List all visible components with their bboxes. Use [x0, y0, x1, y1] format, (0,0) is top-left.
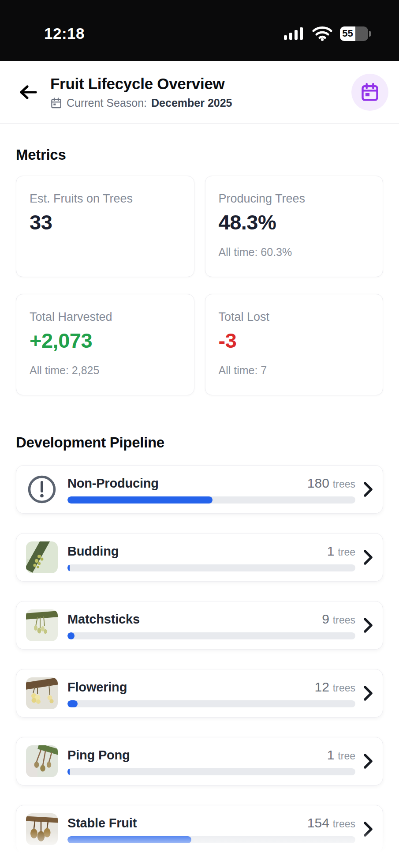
status-icons: 55 [283, 26, 371, 41]
chevron-right-icon[interactable] [363, 549, 373, 565]
stage-name: Ping Pong [67, 748, 130, 763]
stablefruit-photo [26, 813, 58, 845]
pingpong-photo [26, 745, 58, 777]
battery-percent: 55 [340, 26, 355, 41]
current-season-row: Current Season: December 2025 [50, 97, 340, 109]
pipeline-row-budding[interactable]: Budding 1 tree [16, 533, 383, 582]
alert-circle-icon [26, 473, 58, 505]
progress-bar [67, 836, 355, 843]
pipeline-row-flowering[interactable]: Flowering 12 trees [16, 669, 383, 718]
chevron-right-icon[interactable] [363, 617, 373, 633]
chevron-right-icon[interactable] [363, 481, 373, 497]
clock: 12:18 [44, 25, 85, 42]
stage-name: Flowering [67, 680, 127, 695]
header: Fruit Lifecycle Overview Current Season:… [0, 61, 399, 124]
metric-label: Producing Trees [219, 192, 370, 206]
battery-icon: 55 [340, 26, 371, 41]
calendar-icon [50, 97, 62, 109]
app-screen: 12:18 55 [0, 0, 399, 868]
pipeline-row-matchsticks[interactable]: Matchsticks 9 trees [16, 601, 383, 650]
season-label: Current Season: [67, 97, 147, 109]
metric-card-total-harvested: Total Harvested +2,073 All time: 2,825 [16, 294, 194, 395]
metric-value: 33 [30, 210, 181, 234]
progress-bar [67, 564, 355, 571]
status-bar: 12:18 55 [0, 0, 399, 61]
stage-name: Non-Producing [67, 476, 159, 491]
pipeline-row-ping-pong[interactable]: Ping Pong 1 tree [16, 737, 383, 785]
pipeline-row-stable-fruit[interactable]: Stable Fruit 154 trees [16, 805, 383, 853]
metric-card-producing-trees: Producing Trees 48.3% All time: 60.3% [205, 176, 384, 277]
flowering-photo [26, 677, 58, 709]
pipeline-list: Non-Producing 180 trees [16, 465, 383, 853]
metric-card-total-lost: Total Lost -3 All time: 7 [205, 294, 384, 395]
season-picker-button[interactable] [351, 74, 388, 111]
cellular-signal-icon [283, 27, 305, 40]
header-text: Fruit Lifecycle Overview Current Season:… [50, 75, 340, 109]
stage-count: 1 tree [327, 544, 355, 559]
stage-count: 154 trees [307, 815, 355, 830]
progress-bar [67, 632, 355, 639]
back-arrow-icon [18, 83, 38, 101]
stage-name: Budding [67, 544, 119, 559]
stage-name: Matchsticks [67, 612, 140, 627]
page-title: Fruit Lifecycle Overview [50, 75, 340, 93]
metric-value: +2,073 [30, 328, 181, 353]
metric-subtext: All time: 2,825 [30, 364, 181, 377]
metric-label: Total Harvested [30, 310, 181, 324]
pipeline-heading: Development Pipeline [16, 434, 383, 451]
metric-subtext: All time: 7 [219, 364, 370, 377]
progress-bar [67, 700, 355, 707]
season-value: December 2025 [151, 97, 232, 109]
main-content: Metrics Est. Fruits on Trees 33 Producin… [0, 147, 399, 853]
matchsticks-photo [26, 609, 58, 641]
back-button[interactable] [17, 83, 39, 102]
metric-card-est-fruits: Est. Fruits on Trees 33 [16, 176, 194, 277]
metrics-grid: Est. Fruits on Trees 33 Producing Trees … [16, 176, 383, 395]
chevron-right-icon[interactable] [363, 821, 373, 837]
metric-subtext: All time: 60.3% [219, 246, 370, 259]
stage-count: 9 trees [322, 612, 355, 627]
pipeline-row-non-producing[interactable]: Non-Producing 180 trees [16, 465, 383, 514]
wifi-icon [312, 26, 332, 41]
budding-photo [26, 541, 58, 573]
stage-count: 12 trees [314, 680, 355, 695]
stage-name: Stable Fruit [67, 816, 137, 830]
stage-count: 1 tree [327, 748, 355, 763]
metric-label: Est. Fruits on Trees [30, 192, 181, 206]
progress-bar [67, 496, 355, 504]
calendar-purple-icon [360, 83, 380, 102]
progress-bar [67, 768, 355, 775]
metric-label: Total Lost [219, 310, 370, 324]
stage-count: 180 trees [307, 476, 355, 491]
metrics-heading: Metrics [16, 147, 383, 163]
chevron-right-icon[interactable] [363, 753, 373, 769]
chevron-right-icon[interactable] [363, 685, 373, 701]
metric-value: 48.3% [219, 210, 370, 234]
metric-value: -3 [219, 328, 370, 353]
